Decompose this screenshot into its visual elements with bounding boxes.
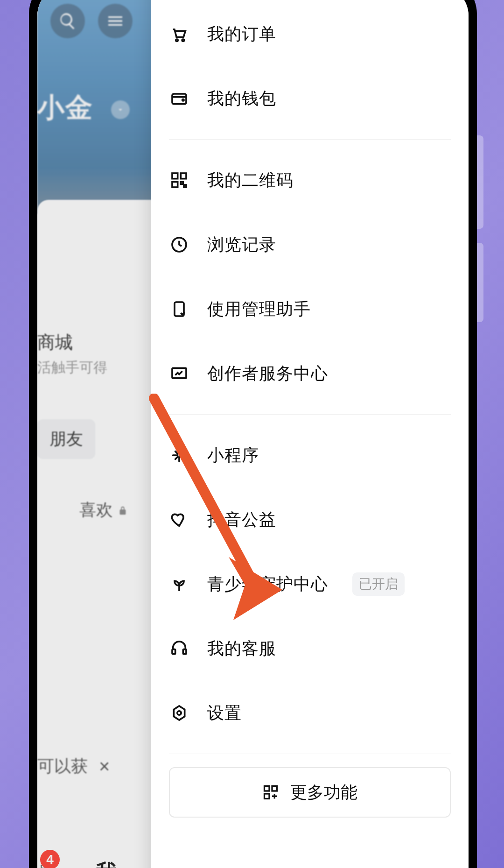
spark-icon (169, 445, 189, 466)
qrcode-icon (169, 170, 189, 191)
wallet-icon (169, 88, 189, 109)
seedling-icon (169, 574, 189, 594)
menu-usage-assistant[interactable]: 使用管理助手 (169, 277, 451, 341)
svg-rect-16 (265, 786, 270, 791)
svg-point-15 (177, 711, 181, 715)
menu-support[interactable]: 我的客服 (169, 616, 451, 681)
svg-point-3 (182, 99, 184, 101)
cart-icon (169, 24, 189, 44)
menu-teen-guardian[interactable]: 青少年守护中心 已开启 (169, 552, 451, 616)
clock-icon (169, 234, 189, 255)
menu-creator-center[interactable]: 创作者服务中心 (169, 341, 451, 406)
phone-side-button (477, 243, 483, 322)
menu-item-label: 我的订单 (207, 23, 276, 46)
menu-item-label: 小程序 (207, 444, 259, 467)
headset-icon (169, 638, 189, 659)
menu-item-label: 使用管理助手 (207, 298, 311, 321)
phone-frame: 小金 商城 活触手可得 朋友 喜欢 (29, 0, 477, 868)
side-drawer: 我的订单 我的钱包 我的二维码 浏览记录 (151, 0, 469, 868)
divider (169, 139, 451, 140)
svg-rect-5 (181, 173, 186, 179)
svg-rect-17 (272, 786, 277, 791)
teen-mode-badge: 已开启 (352, 572, 405, 596)
menu-item-label: 我的钱包 (207, 87, 276, 110)
menu-item-label: 设置 (207, 702, 242, 725)
monitor-chart-icon (169, 363, 189, 384)
menu-wallet[interactable]: 我的钱包 (169, 66, 451, 131)
menu-item-label: 我的客服 (207, 637, 276, 660)
menu-item-label: 抖音公益 (207, 508, 276, 531)
svg-point-1 (182, 39, 184, 41)
drawer-scrim[interactable] (37, 0, 168, 868)
menu-item-label: 创作者服务中心 (207, 362, 328, 385)
screen: 小金 商城 活触手可得 朋友 喜欢 (37, 0, 469, 868)
svg-rect-6 (172, 182, 178, 187)
grid-add-icon (262, 784, 279, 801)
menu-qrcode[interactable]: 我的二维码 (169, 148, 451, 212)
svg-rect-12 (172, 649, 175, 654)
heart-icon (169, 509, 189, 530)
settings-icon (169, 703, 189, 723)
profile-page-background: 小金 商城 活触手可得 朋友 喜欢 (37, 0, 168, 868)
divider (169, 414, 451, 415)
phone-side-button (477, 135, 483, 229)
menu-item-label: 我的二维码 (207, 169, 294, 192)
svg-rect-18 (265, 794, 270, 799)
svg-rect-8 (184, 185, 186, 187)
svg-marker-14 (174, 706, 184, 720)
more-functions-label: 更多功能 (290, 781, 357, 804)
menu-settings[interactable]: 设置 (169, 681, 451, 745)
phone-check-icon (169, 299, 189, 319)
svg-rect-4 (172, 173, 178, 179)
menu-history[interactable]: 浏览记录 (169, 212, 451, 277)
divider (169, 754, 451, 754)
more-functions-button[interactable]: 更多功能 (169, 767, 451, 818)
menu-charity[interactable]: 抖音公益 (169, 487, 451, 552)
svg-point-0 (176, 39, 178, 41)
menu-item-label: 浏览记录 (207, 233, 276, 256)
svg-rect-7 (181, 182, 183, 184)
menu-miniprogram[interactable]: 小程序 (169, 423, 451, 487)
svg-rect-13 (183, 649, 186, 654)
menu-orders[interactable]: 我的订单 (169, 2, 451, 66)
menu-item-label: 青少年守护中心 (207, 573, 328, 596)
